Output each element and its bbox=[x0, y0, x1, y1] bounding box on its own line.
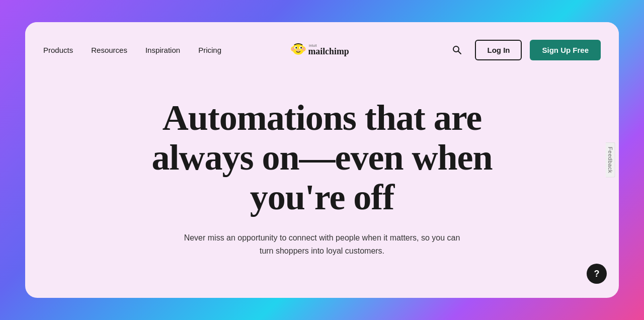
svg-point-3 bbox=[292, 47, 294, 51]
svg-text:mailchimp: mailchimp bbox=[308, 46, 349, 56]
nav-item-pricing[interactable]: Pricing bbox=[198, 46, 221, 54]
mailchimp-logo: intuit mailchimp bbox=[289, 40, 355, 60]
search-icon bbox=[452, 45, 462, 55]
nav-item-products[interactable]: Products bbox=[43, 46, 73, 54]
hero-title: Automations that are always on—even when… bbox=[146, 98, 498, 218]
main-card: Products Resources Inspiration Pricing bbox=[25, 22, 619, 298]
feedback-tab[interactable]: Feedback bbox=[605, 142, 615, 178]
search-button[interactable] bbox=[447, 40, 467, 60]
help-button[interactable]: ? bbox=[587, 264, 607, 284]
nav-right: Log In Sign Up Free bbox=[447, 40, 601, 60]
nav-left: Products Resources Inspiration Pricing bbox=[43, 46, 447, 54]
nav-item-inspiration[interactable]: Inspiration bbox=[145, 46, 180, 54]
logo-container[interactable]: intuit mailchimp bbox=[289, 40, 355, 60]
svg-point-8 bbox=[300, 47, 302, 48]
svg-line-13 bbox=[458, 51, 461, 54]
hero-subtitle: Never miss an opportunity to connect wit… bbox=[181, 231, 463, 257]
login-button[interactable]: Log In bbox=[475, 40, 522, 60]
svg-point-7 bbox=[295, 47, 297, 48]
signup-button[interactable]: Sign Up Free bbox=[530, 40, 601, 60]
svg-point-4 bbox=[302, 47, 305, 51]
hero-section: Automations that are always on—even when… bbox=[25, 77, 619, 298]
navbar: Products Resources Inspiration Pricing bbox=[25, 22, 619, 77]
nav-item-resources[interactable]: Resources bbox=[91, 46, 127, 54]
